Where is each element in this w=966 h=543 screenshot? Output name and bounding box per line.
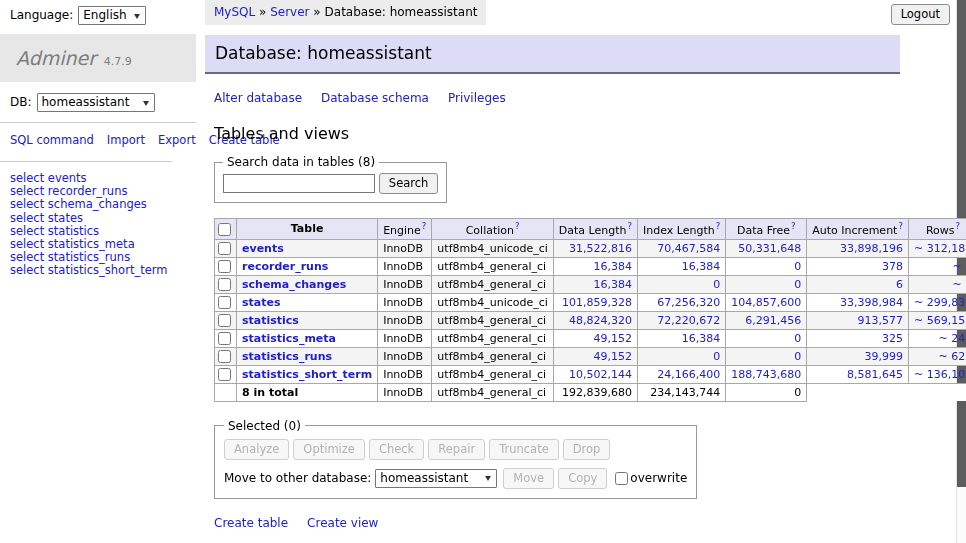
create-table-link[interactable]: Create table (214, 516, 288, 530)
table-link-statistics_runs[interactable]: statistics_runs (48, 250, 130, 264)
select-link[interactable]: select (10, 197, 44, 211)
move-db-select[interactable]: homeassistant (375, 469, 497, 488)
help-link[interactable]: ? (628, 221, 633, 231)
help-link[interactable]: ? (515, 221, 520, 231)
data-length-cell[interactable]: 16,384 (553, 257, 637, 275)
table-link-statistics[interactable]: statistics (48, 224, 99, 238)
index-length-cell[interactable]: 0 (638, 275, 726, 293)
select-link[interactable]: select (10, 171, 44, 185)
language-select[interactable]: English (78, 6, 146, 25)
select-link[interactable]: select (10, 211, 44, 225)
data-free-cell[interactable]: 50,331,648 (726, 239, 807, 257)
breadcrumb-item[interactable]: Server (270, 5, 309, 19)
auto-increment-cell[interactable]: 378 (807, 257, 909, 275)
index-length-cell[interactable]: 72,220,672 (638, 311, 726, 329)
auto-increment-cell[interactable]: 33,898,196 (807, 239, 909, 257)
rows-count-cell[interactable]: ~ 244 (908, 329, 966, 347)
table-name-link-recorder_runs[interactable]: recorder_runs (242, 260, 328, 273)
index-length-cell[interactable]: 24,166,400 (638, 365, 726, 383)
table-link-events[interactable]: events (48, 171, 87, 185)
repair-button[interactable]: Repair (428, 439, 485, 460)
index-length-cell[interactable]: 70,467,584 (638, 239, 726, 257)
auto-increment-cell[interactable]: 6 (807, 275, 909, 293)
data-free-cell[interactable]: 0 (726, 347, 807, 365)
move-button[interactable]: Move (503, 468, 554, 489)
row-checkbox[interactable] (218, 242, 231, 255)
index-length-cell[interactable]: 0 (638, 347, 726, 365)
sidebar-link-import[interactable]: Import (107, 133, 145, 147)
table-name-link-schema_changes[interactable]: schema_changes (242, 278, 346, 291)
overwrite-option[interactable]: overwrite (615, 471, 687, 485)
table-name-link-statistics_runs[interactable]: statistics_runs (242, 350, 332, 363)
copy-button[interactable]: Copy (558, 468, 607, 489)
db-select[interactable]: homeassistant (37, 93, 155, 112)
data-free-cell[interactable]: 104,857,600 (726, 293, 807, 311)
analyze-button[interactable]: Analyze (224, 439, 289, 460)
select-link[interactable]: select (10, 184, 44, 198)
help-link[interactable]: ? (422, 221, 427, 231)
table-name-link-statistics_short_term[interactable]: statistics_short_term (242, 368, 372, 381)
select-link[interactable]: select (10, 263, 44, 277)
data-free-cell[interactable]: 6,291,456 (726, 311, 807, 329)
rows-count-cell[interactable]: ~ 299,833 (908, 293, 966, 311)
help-link[interactable]: ? (898, 221, 903, 231)
search-button[interactable]: Search (379, 173, 439, 194)
select-all-checkbox[interactable] (218, 223, 231, 236)
data-free-cell[interactable]: 188,743,680 (726, 365, 807, 383)
auto-increment-cell[interactable]: 325 (807, 329, 909, 347)
table-link-schema_changes[interactable]: schema_changes (48, 197, 147, 211)
data-length-cell[interactable]: 49,152 (553, 347, 637, 365)
row-checkbox[interactable] (218, 368, 231, 381)
data-length-cell[interactable]: 101,859,328 (553, 293, 637, 311)
rows-count-cell[interactable]: ~ 5 (908, 257, 966, 275)
sidebar-link-export[interactable]: Export (158, 133, 196, 147)
row-checkbox[interactable] (218, 296, 231, 309)
table-name-link-statistics_meta[interactable]: statistics_meta (242, 332, 336, 345)
rows-count-cell[interactable]: ~ 628 (908, 347, 966, 365)
rows-count-cell[interactable]: ~ 3 (908, 275, 966, 293)
check-button[interactable]: Check (369, 439, 424, 460)
index-length-cell[interactable]: 67,256,320 (638, 293, 726, 311)
drop-button[interactable]: Drop (563, 439, 611, 460)
index-length-cell[interactable]: 16,384 (638, 329, 726, 347)
search-input[interactable] (223, 174, 375, 193)
data-length-cell[interactable]: 10,502,144 (553, 365, 637, 383)
index-length-cell[interactable]: 16,384 (638, 257, 726, 275)
select-link[interactable]: select (10, 250, 44, 264)
help-link[interactable]: ? (716, 221, 721, 231)
rows-count-cell[interactable]: ~ 136,108 (908, 365, 966, 383)
help-link[interactable]: ? (956, 221, 961, 231)
table-link-states[interactable]: states (48, 211, 83, 225)
data-length-cell[interactable]: 48,824,320 (553, 311, 637, 329)
auto-increment-cell[interactable]: 913,577 (807, 311, 909, 329)
data-free-cell[interactable]: 0 (726, 329, 807, 347)
sidebar-link-sql-command[interactable]: SQL command (10, 133, 94, 147)
row-checkbox[interactable] (218, 260, 231, 273)
select-link[interactable]: select (10, 224, 44, 238)
row-checkbox[interactable] (218, 332, 231, 345)
create-view-link[interactable]: Create view (307, 516, 378, 530)
rows-count-cell[interactable]: ~ 312,180 (908, 239, 966, 257)
db-link-privileges[interactable]: Privileges (448, 91, 506, 105)
table-link-statistics_meta[interactable]: statistics_meta (48, 237, 135, 251)
row-checkbox[interactable] (218, 350, 231, 363)
select-link[interactable]: select (10, 237, 44, 251)
data-length-cell[interactable]: 49,152 (553, 329, 637, 347)
overwrite-checkbox[interactable] (615, 472, 628, 485)
auto-increment-cell[interactable]: 33,398,984 (807, 293, 909, 311)
rows-count-cell[interactable]: ~ 569,159 (908, 311, 966, 329)
auto-increment-cell[interactable]: 39,999 (807, 347, 909, 365)
data-free-cell[interactable]: 0 (726, 275, 807, 293)
table-name-link-events[interactable]: events (242, 242, 284, 255)
table-link-statistics_short_term[interactable]: statistics_short_term (48, 263, 168, 277)
table-name-link-statistics[interactable]: statistics (242, 314, 299, 327)
breadcrumb-item[interactable]: MySQL (214, 5, 255, 19)
db-link-database-schema[interactable]: Database schema (321, 91, 429, 105)
truncate-button[interactable]: Truncate (489, 439, 559, 460)
data-length-cell[interactable]: 16,384 (553, 275, 637, 293)
optimize-button[interactable]: Optimize (293, 439, 365, 460)
help-link[interactable]: ? (791, 221, 796, 231)
auto-increment-cell[interactable]: 8,581,645 (807, 365, 909, 383)
table-name-link-states[interactable]: states (242, 296, 281, 309)
table-link-recorder_runs[interactable]: recorder_runs (48, 184, 128, 198)
